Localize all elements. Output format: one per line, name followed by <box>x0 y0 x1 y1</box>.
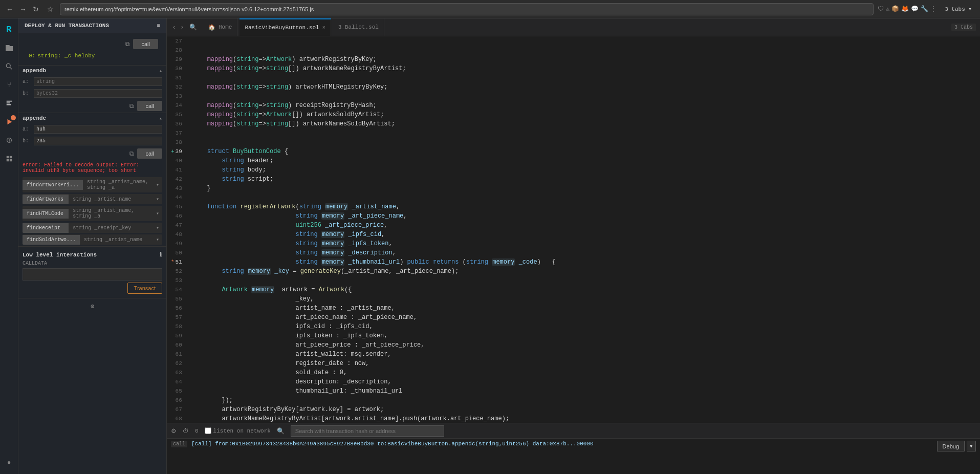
function-item[interactable]: findArtworkPri... string _artist_name, s… <box>23 177 162 192</box>
search-button[interactable] <box>2 59 16 74</box>
appendc-param-b-input[interactable] <box>34 137 162 145</box>
appendb-param-b-row: b: <box>18 88 166 99</box>
appendb-param-a-row: a: <box>18 76 166 88</box>
code-line-content: string script; <box>188 175 980 184</box>
compile-button[interactable] <box>2 96 16 111</box>
function-item[interactable]: findSoldArtwo... string _artist_name ▾ <box>23 234 162 245</box>
terminal-search-icon[interactable]: 🔍 <box>277 427 285 435</box>
terminal-clock-icon[interactable]: ⏱ <box>183 427 189 435</box>
terminal-settings-icon[interactable]: ⚙ <box>171 427 177 435</box>
table-row: 40 string header; <box>167 156 980 165</box>
listen-on-network-checkbox[interactable] <box>205 427 211 434</box>
appendc-copy-button[interactable]: ⧉ <box>128 149 135 158</box>
code-editor[interactable]: 27 28 29 mapping(string=>Artwork) artwor… <box>167 36 980 423</box>
appendb-chevron-icon: ▴ <box>159 68 162 74</box>
code-line-content <box>188 276 980 285</box>
forward-button[interactable]: → <box>17 4 29 14</box>
line-number: 56 <box>167 304 188 313</box>
run-button[interactable] <box>2 115 16 129</box>
deploy-menu-icon[interactable]: ≡ <box>157 23 160 29</box>
debug-chevron-button[interactable]: ▾ <box>967 441 976 451</box>
editor-area: ‹ › 🔍 🏠 Home BasicVibeBuyButton.sol × 3_… <box>167 18 980 474</box>
tab-count-display: 3 tabs <box>951 24 976 31</box>
function-params: string _artist_name <box>80 235 153 245</box>
code-line-content <box>188 73 980 82</box>
code-line-content: mapping(string=>Artwork[]) artworksSoldB… <box>188 110 980 119</box>
appendc-header[interactable]: appendc ▴ <box>18 113 166 123</box>
table-row: 65 thumbnail_url: _thumbnail_url <box>167 386 980 396</box>
appendc-param-b-label: b: <box>23 138 31 144</box>
logo-button[interactable]: R <box>2 23 16 37</box>
tab-search-next[interactable]: › <box>179 23 185 32</box>
line-number: 32 <box>167 82 188 92</box>
function-name: findArtworkPri... <box>23 180 83 190</box>
calldata-input[interactable] <box>23 268 162 281</box>
tab-ballot-label: 3_Ballot.sol <box>338 24 379 30</box>
appendc-call-button[interactable]: call <box>137 148 162 159</box>
tab-search-zoom[interactable]: 🔍 <box>187 23 199 32</box>
appendb-header[interactable]: appendb ▴ <box>18 65 166 76</box>
top-call-button[interactable]: call <box>133 39 158 49</box>
code-line-content: mapping(string=>string) receiptRegistryB… <box>188 101 980 110</box>
code-line-content: artist_wallet: msg.sender, <box>188 350 980 359</box>
back-button[interactable]: ← <box>4 4 15 14</box>
function-item[interactable]: findHTMLCode string _artist_name, string… <box>23 206 162 221</box>
table-row: 32 mapping(string=>string) artworkHTMLRe… <box>167 82 980 92</box>
appendc-error: error: Failed to decode output: Error: i… <box>18 160 166 176</box>
function-item[interactable]: findArtworks string _artist_name ▾ <box>23 194 162 204</box>
appendb-copy-button[interactable]: ⧉ <box>128 101 135 111</box>
code-line-content: ipfs_token : _ipfs_token, <box>188 331 980 340</box>
line-number: 44 <box>167 193 188 202</box>
appendc-title: appendc <box>23 115 46 121</box>
tab-basicvibe-close-icon[interactable]: × <box>322 25 325 31</box>
appendc-chevron-icon: ▴ <box>159 115 162 121</box>
listen-on-network-label: listen on network <box>205 427 271 434</box>
git-button[interactable]: ⑂ <box>2 78 16 92</box>
line-number: 38 <box>167 138 188 147</box>
table-row: 56 artist_name : _artist_name, <box>167 304 980 313</box>
function-params: string _artist_name, string _a <box>69 206 153 221</box>
table-row: 49 string memory _ipfs_token, <box>167 239 980 248</box>
table-row: 41 string body; <box>167 165 980 175</box>
plugin-button[interactable] <box>2 152 16 166</box>
appendb-param-a-input[interactable] <box>34 77 162 86</box>
tab-ballot[interactable]: 3_Ballot.sol <box>333 18 384 36</box>
code-line-content: string memory _description, <box>188 248 980 257</box>
line-number: 30 <box>167 64 188 73</box>
file-explorer-button[interactable] <box>2 41 16 55</box>
table-row: +39 struct BuyButtonCode { <box>167 147 980 156</box>
debug-icon-button[interactable] <box>2 133 16 147</box>
main-layout: R ⑂ DEPLOY & RUN TRANSACTIONS <box>0 18 980 474</box>
code-line-content: string memory _ipfs_cid, <box>188 230 980 239</box>
ext5-icon: ⋮ <box>930 5 937 13</box>
refresh-button[interactable]: ↻ <box>31 4 41 14</box>
table-row: 53 <box>167 276 980 285</box>
tab-basicvibe[interactable]: BasicVibeBuyButton.sol × <box>239 18 331 36</box>
appendb-param-b-input[interactable] <box>34 89 162 98</box>
table-row: 29 mapping(string=>Artwork) artworkRegis… <box>167 55 980 64</box>
copy-call-button[interactable]: ⧉ <box>124 39 131 49</box>
debug-button[interactable]: Debug <box>937 441 965 451</box>
appendc-param-a-input[interactable] <box>34 125 162 134</box>
tab-search-prev[interactable]: ‹ <box>171 23 177 32</box>
low-level-section: Low level interactions ℹ CALLDATA Transa… <box>18 246 166 298</box>
settings-icon-button[interactable] <box>2 456 16 470</box>
line-number: 68 <box>167 414 188 423</box>
output-row: 0: string: _c heloby <box>23 51 162 61</box>
terminal-search-input[interactable] <box>291 425 444 437</box>
line-number: 43 <box>167 184 188 193</box>
table-row: 35 mapping(string=>Artwork[]) artworksSo… <box>167 110 980 119</box>
address-bar[interactable] <box>60 3 874 15</box>
transact-button[interactable]: Transact <box>127 283 162 294</box>
appendb-call-button[interactable]: call <box>137 101 162 111</box>
bookmark-button[interactable]: ☆ <box>45 4 56 14</box>
deploy-panel: DEPLOY & RUN TRANSACTIONS ≡ ⧉ call 0: st… <box>18 18 167 474</box>
table-row: 27 <box>167 36 980 46</box>
function-chevron-icon: ▾ <box>153 234 162 245</box>
function-item[interactable]: findReceipt string _receipt_key ▾ <box>23 223 162 233</box>
bottom-settings-icon[interactable]: ⚙ <box>91 303 94 310</box>
line-number: 58 <box>167 322 188 331</box>
tab-home[interactable]: 🏠 Home <box>203 18 237 36</box>
code-line-content <box>188 138 980 147</box>
line-number: 53 <box>167 276 188 285</box>
